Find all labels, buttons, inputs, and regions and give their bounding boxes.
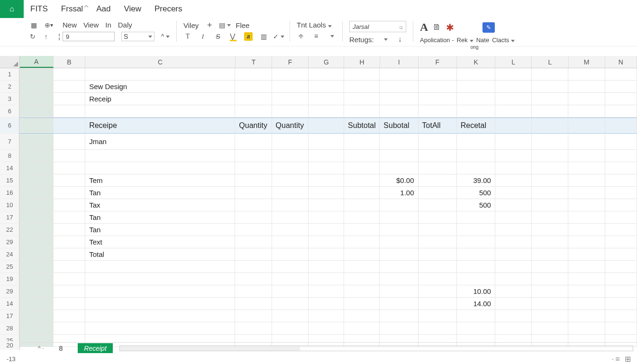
cell[interactable] bbox=[605, 199, 637, 211]
cell[interactable] bbox=[568, 134, 605, 150]
text-t-icon[interactable]: T bbox=[183, 32, 192, 41]
cell[interactable] bbox=[54, 150, 85, 162]
cell[interactable] bbox=[457, 150, 495, 162]
name-dropdown[interactable]: S bbox=[121, 32, 155, 41]
number-input[interactable]: 9 bbox=[63, 32, 115, 41]
cell[interactable] bbox=[605, 310, 637, 322]
cell[interactable] bbox=[272, 174, 309, 187]
cell[interactable] bbox=[419, 248, 457, 261]
row-number[interactable]: 2 bbox=[0, 81, 19, 93]
cell[interactable] bbox=[344, 174, 380, 187]
cell[interactable] bbox=[19, 199, 53, 211]
col-header-k-9[interactable]: K bbox=[457, 56, 495, 68]
cell[interactable] bbox=[344, 162, 380, 174]
cell[interactable] bbox=[605, 174, 637, 187]
cell[interactable] bbox=[19, 134, 53, 150]
cell[interactable] bbox=[568, 162, 605, 174]
cell[interactable] bbox=[495, 224, 532, 236]
cell[interactable]: Quantity bbox=[235, 118, 272, 134]
cell[interactable] bbox=[532, 298, 568, 310]
cell[interactable] bbox=[419, 285, 457, 298]
cell[interactable] bbox=[235, 236, 272, 248]
cell[interactable] bbox=[309, 134, 344, 150]
cell[interactable] bbox=[380, 224, 418, 236]
cell[interactable] bbox=[495, 285, 532, 298]
cell[interactable] bbox=[309, 68, 344, 81]
cell[interactable] bbox=[235, 273, 272, 285]
cell[interactable] bbox=[568, 285, 605, 298]
cell[interactable] bbox=[419, 273, 457, 285]
cell[interactable] bbox=[457, 236, 495, 248]
cell[interactable] bbox=[532, 187, 568, 199]
cell[interactable] bbox=[54, 68, 85, 81]
clipboard-icon[interactable]: ▤ bbox=[220, 21, 229, 29]
cell[interactable] bbox=[568, 118, 605, 134]
cell[interactable] bbox=[54, 224, 85, 236]
row-number[interactable]: 17 bbox=[0, 211, 19, 224]
cell[interactable] bbox=[344, 68, 380, 81]
cell[interactable] bbox=[85, 105, 235, 118]
col-header-m-12[interactable]: M bbox=[569, 56, 605, 68]
cell[interactable] bbox=[605, 236, 637, 248]
cell[interactable] bbox=[605, 273, 637, 285]
cell[interactable] bbox=[85, 273, 235, 285]
cell[interactable] bbox=[380, 199, 418, 211]
cell[interactable] bbox=[54, 261, 85, 273]
cell[interactable] bbox=[19, 310, 53, 322]
cell[interactable] bbox=[532, 322, 568, 335]
row-number[interactable]: 16 bbox=[0, 187, 19, 199]
cell[interactable] bbox=[54, 199, 85, 211]
cell[interactable] bbox=[568, 248, 605, 261]
align-left-icon[interactable]: ≡ bbox=[312, 32, 320, 40]
spreadsheet-grid[interactable]: ABCTFGHIFKLLMN 12Sew Design3Receip66Rece… bbox=[0, 56, 637, 352]
cell[interactable] bbox=[19, 105, 53, 118]
menu-frssal[interactable]: Frssal bbox=[55, 4, 90, 14]
cell[interactable] bbox=[235, 310, 272, 322]
cell[interactable] bbox=[19, 81, 53, 93]
label-rek[interactable]: Rek bbox=[457, 36, 473, 44]
cell[interactable] bbox=[85, 261, 235, 273]
cell[interactable] bbox=[309, 150, 344, 162]
columns-icon[interactable]: ▥ bbox=[259, 32, 268, 41]
cell[interactable]: 14.00 bbox=[457, 298, 495, 310]
cell[interactable] bbox=[309, 236, 344, 248]
tab-receipt[interactable]: Receipt bbox=[78, 343, 112, 353]
cell[interactable] bbox=[568, 174, 605, 187]
cell[interactable] bbox=[419, 224, 457, 236]
cell[interactable] bbox=[419, 261, 457, 273]
cell[interactable] bbox=[605, 68, 637, 81]
cell[interactable] bbox=[532, 273, 568, 285]
cell[interactable] bbox=[605, 261, 637, 273]
cell[interactable] bbox=[532, 310, 568, 322]
cell[interactable] bbox=[19, 174, 53, 187]
cell[interactable]: 500 bbox=[457, 187, 495, 199]
cell[interactable] bbox=[235, 174, 272, 187]
row-number[interactable]: 19 bbox=[0, 273, 19, 285]
font-a-icon[interactable]: A bbox=[420, 21, 428, 34]
cell[interactable] bbox=[235, 224, 272, 236]
cell[interactable] bbox=[605, 118, 637, 134]
cell[interactable] bbox=[272, 81, 309, 93]
cell[interactable] bbox=[54, 81, 85, 93]
cell[interactable]: Tan bbox=[85, 211, 235, 224]
view-controls-icon[interactable]: ·≡ ⊞ bbox=[612, 355, 632, 364]
cell[interactable] bbox=[495, 236, 532, 248]
cell[interactable]: Text bbox=[85, 236, 235, 248]
cell[interactable] bbox=[380, 261, 418, 273]
cell[interactable] bbox=[309, 199, 344, 211]
cell[interactable] bbox=[380, 81, 418, 93]
tab-nav[interactable]: ^ · bbox=[38, 345, 44, 352]
cell[interactable] bbox=[272, 248, 309, 261]
cell[interactable] bbox=[235, 248, 272, 261]
cell[interactable] bbox=[605, 93, 637, 105]
cell[interactable] bbox=[495, 199, 532, 211]
row-number[interactable]: 7 bbox=[0, 134, 19, 150]
cell[interactable] bbox=[85, 150, 235, 162]
cell[interactable] bbox=[605, 162, 637, 174]
cell[interactable] bbox=[344, 224, 380, 236]
col-header-n-13[interactable]: N bbox=[605, 56, 637, 68]
check-dropdown-icon[interactable]: ✓ bbox=[274, 32, 283, 41]
cell[interactable] bbox=[605, 248, 637, 261]
cell[interactable] bbox=[309, 248, 344, 261]
btn-new[interactable]: New bbox=[63, 21, 77, 29]
